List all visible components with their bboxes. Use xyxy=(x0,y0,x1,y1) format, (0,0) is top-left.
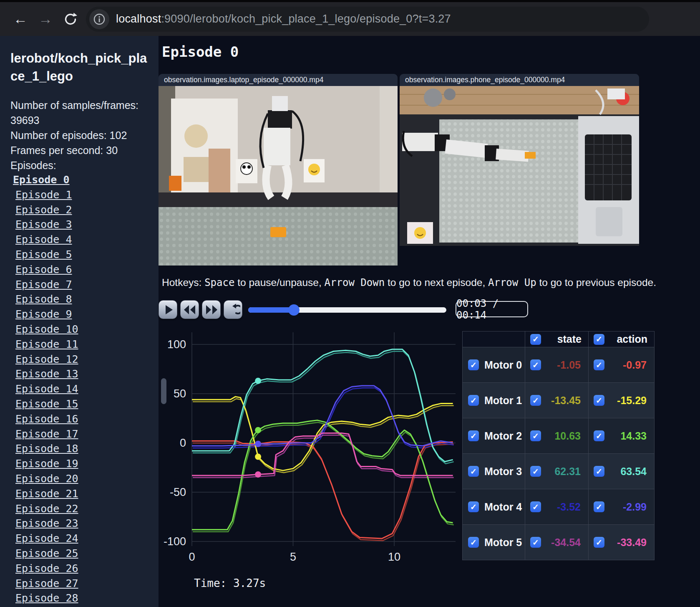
action-value-cell: ✓-33.49 xyxy=(589,525,655,560)
svg-text:-100: -100 xyxy=(164,535,186,548)
episode-link-28[interactable]: Episode 28 xyxy=(15,592,78,604)
action-column-checkbox[interactable]: ✓ xyxy=(594,334,604,345)
episode-link-6[interactable]: Episode 6 xyxy=(15,263,72,276)
svg-text:0: 0 xyxy=(189,551,195,563)
play-button[interactable] xyxy=(159,300,177,319)
episode-link-12[interactable]: Episode 12 xyxy=(15,353,78,365)
episode-link-26[interactable]: Episode 26 xyxy=(15,562,78,574)
fast-forward-button[interactable] xyxy=(202,300,221,319)
back-icon[interactable]: ← xyxy=(11,10,30,29)
chart-canvas[interactable]: 100500-50-1000510 xyxy=(159,330,456,567)
motor-4-action-checkbox[interactable]: ✓ xyxy=(594,501,604,512)
episode-link-3[interactable]: Episode 3 xyxy=(15,218,72,230)
current-time-dot-motor-4 xyxy=(255,441,261,447)
motor-4-checkbox[interactable]: ✓ xyxy=(468,501,479,512)
motor-1-action-checkbox[interactable]: ✓ xyxy=(594,395,604,406)
site-info-button[interactable] xyxy=(89,9,109,29)
chart-line-state-motor-4 xyxy=(193,388,454,448)
episode-list-item: Episode 8 xyxy=(10,293,150,308)
motor-5-action-checkbox[interactable]: ✓ xyxy=(594,537,604,548)
motor-4-state-checkbox[interactable]: ✓ xyxy=(530,501,541,512)
motor-0-action-checkbox[interactable]: ✓ xyxy=(594,359,604,370)
motor-2-action-checkbox[interactable]: ✓ xyxy=(594,430,604,441)
episode-link-17[interactable]: Episode 17 xyxy=(15,428,78,440)
url-host: localhost xyxy=(116,13,161,25)
motor-1-action-value: -15.29 xyxy=(617,395,647,407)
episode-list-item: Episode 19 xyxy=(10,457,150,472)
motor-label: Motor 3 xyxy=(484,465,522,478)
episode-link-21[interactable]: Episode 21 xyxy=(15,488,78,500)
episode-link-20[interactable]: Episode 20 xyxy=(15,473,78,485)
motor-3-action-checkbox[interactable]: ✓ xyxy=(594,466,604,477)
address-bar[interactable]: localhost:9090/lerobot/koch_pick_place_1… xyxy=(86,7,649,32)
slider-thumb[interactable] xyxy=(288,304,300,316)
episode-link-19[interactable]: Episode 19 xyxy=(15,458,78,470)
svg-text:100: 100 xyxy=(167,338,186,351)
state-column-checkbox[interactable]: ✓ xyxy=(530,334,541,345)
svg-text:10: 10 xyxy=(388,551,400,563)
loop-button[interactable] xyxy=(224,300,242,319)
action-value-cell: ✓-15.29 xyxy=(589,383,655,418)
video-title-phone: observation.images.phone_episode_000000.… xyxy=(400,74,639,86)
header-cell-action: ✓action xyxy=(589,331,655,347)
motor-2-state-checkbox[interactable]: ✓ xyxy=(530,430,541,441)
motor-0-state-checkbox[interactable]: ✓ xyxy=(530,359,541,370)
episode-link-4[interactable]: Episode 4 xyxy=(15,233,72,245)
episode-list: Episode 0Episode 1Episode 2Episode 3Epis… xyxy=(10,173,150,607)
episode-link-0[interactable]: Episode 0 xyxy=(13,174,69,186)
hotkey-text: Hotkeys: xyxy=(162,277,204,288)
motor-label: Motor 1 xyxy=(484,395,522,407)
motor-5-state-checkbox[interactable]: ✓ xyxy=(530,537,541,548)
motor-1-checkbox[interactable]: ✓ xyxy=(468,395,479,406)
motor-2-checkbox[interactable]: ✓ xyxy=(468,430,479,441)
header-label-action: action xyxy=(617,333,647,345)
motor-label-cell: ✓Motor 5 xyxy=(463,525,525,560)
episode-link-18[interactable]: Episode 18 xyxy=(15,443,78,455)
episode-link-22[interactable]: Episode 22 xyxy=(15,503,78,515)
motor-1-state-checkbox[interactable]: ✓ xyxy=(530,395,541,406)
episode-link-7[interactable]: Episode 7 xyxy=(15,278,72,291)
svg-text:0: 0 xyxy=(180,437,186,449)
motor-3-checkbox[interactable]: ✓ xyxy=(468,466,479,477)
page-title: Episode 0 xyxy=(162,43,239,60)
seek-slider[interactable] xyxy=(248,304,446,316)
stat-line: Number of samples/frames: 39693 xyxy=(10,98,150,128)
episode-link-15[interactable]: Episode 15 xyxy=(15,398,78,410)
episode-list-item: Episode 24 xyxy=(10,532,150,547)
rewind-button[interactable] xyxy=(180,300,199,319)
episode-link-23[interactable]: Episode 23 xyxy=(15,517,78,529)
episode-link-25[interactable]: Episode 25 xyxy=(15,547,78,559)
episode-link-8[interactable]: Episode 8 xyxy=(15,293,72,305)
state-value-cell: ✓10.63 xyxy=(525,418,589,454)
forward-icon[interactable]: → xyxy=(36,10,55,29)
motor-3-state-checkbox[interactable]: ✓ xyxy=(530,466,541,477)
episode-link-10[interactable]: Episode 10 xyxy=(15,323,78,335)
motor-0-checkbox[interactable]: ✓ xyxy=(468,359,479,370)
motor-label-cell: ✓Motor 4 xyxy=(463,489,525,525)
episode-list-item: Episode 28 xyxy=(10,592,150,607)
state-value-cell: ✓-1.05 xyxy=(525,347,589,383)
episode-link-16[interactable]: Episode 16 xyxy=(15,413,78,425)
episode-link-1[interactable]: Episode 1 xyxy=(15,189,72,201)
state-value-cell: ✓-13.45 xyxy=(525,383,589,418)
episode-link-5[interactable]: Episode 5 xyxy=(15,248,72,261)
episode-link-27[interactable]: Episode 27 xyxy=(15,577,78,589)
episode-link-9[interactable]: Episode 9 xyxy=(15,308,72,320)
play-icon xyxy=(162,304,174,316)
episode-link-24[interactable]: Episode 24 xyxy=(15,532,78,544)
action-value-cell: ✓14.33 xyxy=(589,418,655,454)
slider-fill xyxy=(248,307,294,313)
header-label-state: state xyxy=(557,333,582,345)
info-icon xyxy=(93,13,106,25)
episode-link-13[interactable]: Episode 13 xyxy=(15,368,78,380)
motor-label: Motor 0 xyxy=(484,359,522,371)
reload-icon[interactable] xyxy=(61,10,80,29)
episode-link-14[interactable]: Episode 14 xyxy=(15,383,78,395)
episode-link-11[interactable]: Episode 11 xyxy=(15,338,78,350)
episode-list-item: Episode 10 xyxy=(10,323,150,338)
rewind-icon xyxy=(183,304,196,315)
episode-link-2[interactable]: Episode 2 xyxy=(15,204,72,216)
motor-5-checkbox[interactable]: ✓ xyxy=(468,537,479,548)
motor-chart[interactable]: 100500-50-1000510 xyxy=(159,330,456,567)
motor-label-cell: ✓Motor 1 xyxy=(463,383,525,418)
